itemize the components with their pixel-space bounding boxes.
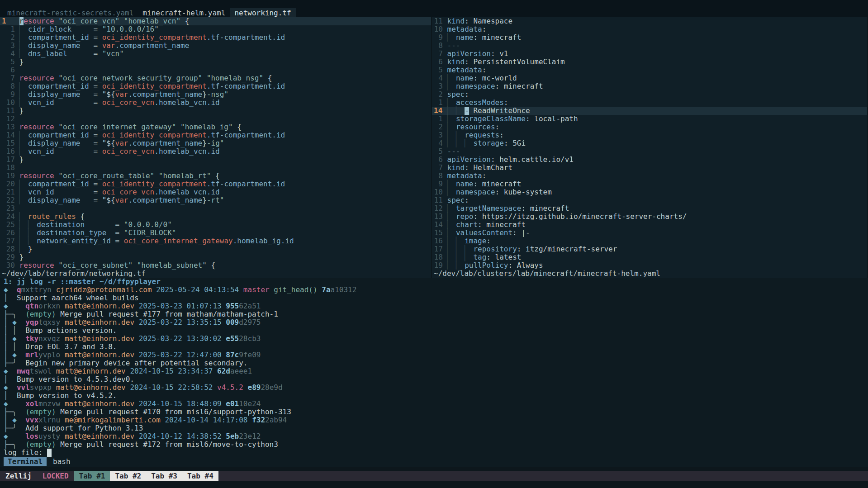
token: oci_identity_compartment: [102, 131, 207, 139]
token: [451, 213, 456, 221]
line-number: 3: [434, 131, 443, 139]
line-number: 1: [434, 115, 443, 123]
line-number: 28: [2, 245, 15, 253]
token: dns_label: [28, 50, 67, 58]
token: Bump version to 4.5.3.dev0.: [17, 375, 134, 384]
token: [98, 42, 102, 50]
token: vcn_id: [28, 188, 54, 196]
code-line: 29}: [0, 253, 431, 261]
token: [24, 90, 28, 99]
zellij-tab-3[interactable]: Tab #3: [146, 471, 182, 481]
token: display_name: [28, 42, 81, 50]
code-line: 19▏ ▏ pullPolicy: Always: [432, 261, 867, 270]
token: cidr_block: [28, 25, 71, 33]
token: [24, 139, 28, 147]
buffer-tab-minecraft-helm[interactable]: minecraft-helm.yaml: [138, 8, 230, 17]
code-line: 14▏ ▏ - ReadWriteOnce: [432, 107, 867, 115]
code-line: 5}: [0, 58, 431, 66]
token: 2024-10-15 18:48:09: [139, 400, 222, 408]
token: q: [17, 286, 21, 294]
token: -nsg": [207, 90, 228, 99]
line-number: 5: [434, 147, 443, 156]
indent-guide: ▏: [447, 180, 452, 188]
token: matt@einhorn.dev: [65, 432, 134, 441]
token: a10312: [331, 286, 357, 294]
token: aeee1: [230, 367, 252, 375]
zellij-tab-4[interactable]: Tab #4: [182, 471, 218, 481]
token: "CIDR_BLOCK": [124, 229, 176, 237]
indent-guide: ▏: [465, 139, 469, 147]
code-line: 3▏ ▏ requests:: [432, 131, 867, 139]
zellij-tab-1[interactable]: Tab #1: [74, 471, 110, 481]
indent-guide: ▏: [456, 131, 460, 139]
token: [54, 188, 94, 196]
token: :: [499, 131, 504, 139]
indent-guide: ▏: [456, 261, 460, 270]
indent-guide: ▏: [19, 213, 24, 221]
line-number: 7: [434, 164, 443, 172]
editor-panes: 1resource "oci_core_vcn" "homelab_vcn" {…: [0, 17, 868, 278]
token: 2025-03-22 13:30:02: [139, 335, 222, 343]
token: 62a51: [239, 302, 261, 310]
token: Drop EOL 3.7 and 3.8.: [25, 343, 117, 351]
log-row: │ Support aarch64 wheel builds: [0, 294, 868, 302]
code-line: 5metadata:: [432, 66, 867, 74]
code-line: 15▏ valuesContent: |-: [432, 229, 867, 237]
token: [152, 286, 157, 294]
token: namespace: [456, 188, 495, 196]
token: [134, 351, 139, 359]
buffer-tab-networking[interactable]: networking.tf: [230, 8, 295, 17]
token: [451, 180, 456, 188]
token: storageClassName: [456, 115, 526, 123]
indent-guide: ▏: [19, 147, 24, 156]
token: [17, 318, 25, 327]
line-number: 9: [2, 90, 15, 99]
code-line: 10metadata:: [432, 25, 867, 33]
token: [71, 25, 93, 33]
token: [8, 375, 17, 384]
token: name: [456, 33, 474, 42]
token: vcn_id: [28, 147, 54, 156]
token: [451, 131, 456, 139]
token: d2975: [239, 318, 261, 327]
token: metadata: [447, 25, 482, 33]
indent-guide: ▏: [456, 237, 460, 245]
line-number: 1: [2, 17, 15, 25]
token: [52, 286, 56, 294]
token: [451, 74, 456, 82]
indent-guide: ▏: [447, 99, 452, 107]
terminal-pane[interactable]: 1: jj log -r ::master ~/d/ffpyplayer ◆ q…: [0, 278, 868, 467]
indent-guide: ▏: [19, 33, 24, 42]
token: :: [482, 66, 487, 74]
token: 2ab94: [265, 416, 287, 424]
code-line: 17▏ ▏ ▏ repository: itzg/minecraft-serve…: [432, 245, 867, 253]
code-line: 9▏ name: minecraft: [432, 180, 867, 188]
code-line: 24▏ route_rules {: [0, 213, 431, 221]
token: spec: [447, 196, 465, 204]
line-number: 17: [2, 156, 15, 164]
token: matt@einhorn.dev: [56, 367, 126, 375]
line-number: 26: [2, 229, 15, 237]
commit-node-icon: ◆: [4, 384, 8, 392]
token: .tf-compartment.id: [207, 131, 285, 139]
token: resource: [19, 261, 54, 270]
token: matt@einhorn.dev: [65, 400, 134, 408]
editor-pane-minecraft-helm-yaml[interactable]: 11kind: Namespace10metadata:9▏ name: min…: [432, 17, 867, 278]
code-line: 23: [0, 204, 431, 213]
token: [17, 408, 25, 416]
token: namespace: [456, 82, 495, 90]
code-line: 30resource "oci_core_subnet" "homelab_su…: [0, 261, 431, 270]
zellij-tab-2[interactable]: Tab #2: [110, 471, 146, 481]
indent-guide: ▏: [447, 221, 452, 229]
token: :: [495, 123, 500, 131]
line-number: 15: [434, 229, 443, 237]
indent-guide: ▏: [447, 107, 452, 115]
token: compartment_id: [28, 180, 89, 188]
token: kind: [447, 58, 465, 66]
editor-pane-networking-tf[interactable]: 1resource "oci_core_vcn" "homelab_vcn" {…: [0, 17, 432, 278]
token: [24, 188, 28, 196]
token: uysty: [38, 432, 60, 441]
code-line: 4▏ ▏ ▏ storage: 5Gi: [432, 139, 867, 147]
indent-guide: ▏: [447, 204, 452, 213]
buffer-tab-minecraft-restic-secrets[interactable]: minecraft-restic-secrets.yaml: [3, 8, 138, 17]
